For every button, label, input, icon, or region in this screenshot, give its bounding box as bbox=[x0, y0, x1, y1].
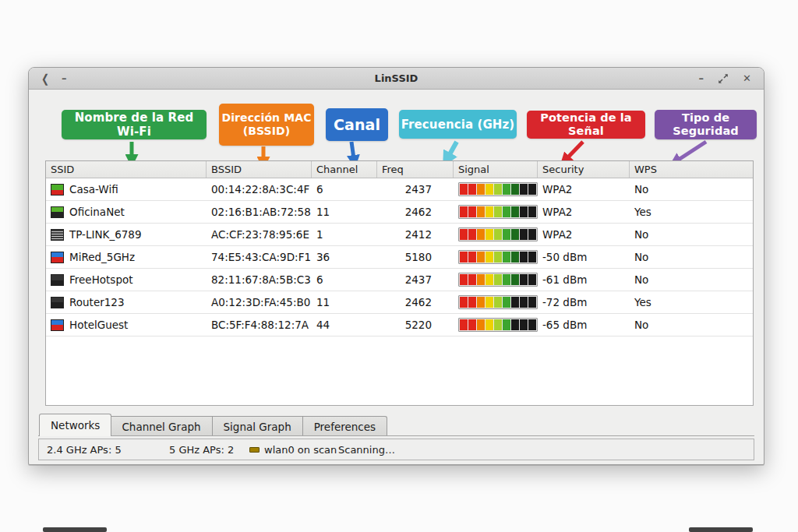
signal-segment bbox=[494, 229, 502, 240]
signal-segment bbox=[511, 206, 519, 217]
signal-segment bbox=[520, 252, 528, 262]
interface-icon bbox=[249, 447, 260, 453]
column-header-security[interactable]: Security bbox=[538, 161, 630, 178]
signal-meter bbox=[458, 295, 538, 309]
cell-wps: No bbox=[630, 178, 753, 200]
cell-signal bbox=[454, 201, 538, 223]
signal-meter bbox=[458, 250, 538, 264]
column-header-wps[interactable]: WPS bbox=[630, 161, 753, 178]
tab-preferences[interactable]: Preferences bbox=[303, 416, 387, 436]
signal-segment bbox=[477, 274, 485, 285]
signal-segment bbox=[503, 206, 510, 217]
signal-segment bbox=[468, 206, 476, 217]
signal-segment bbox=[460, 184, 468, 195]
table-row[interactable]: OficinaNet02:16:B1:AB:72:58112462WPA2Yes bbox=[46, 201, 753, 224]
signal-segment bbox=[468, 184, 476, 195]
tab-networks[interactable]: Networks bbox=[39, 414, 111, 436]
titlebar: ❮ – LinSSID – ✕ bbox=[29, 68, 764, 90]
signal-segment bbox=[468, 274, 476, 285]
signal-segment bbox=[520, 274, 528, 285]
cell-signal bbox=[454, 178, 538, 200]
status-scanning: Scanning… bbox=[338, 439, 395, 460]
status-interface: wlan0 on scan bbox=[249, 439, 337, 460]
cell-wps: No bbox=[630, 246, 753, 268]
table-row[interactable]: FreeHotspot82:11:67:8A:5B:C362437-61 dBm… bbox=[46, 269, 753, 291]
column-header-channel[interactable]: Channel bbox=[312, 161, 377, 178]
networks-table: SSID BSSID Channel Freq Signal Security … bbox=[45, 160, 754, 406]
cell-security: -50 dBm bbox=[538, 246, 630, 268]
signal-segment bbox=[520, 319, 528, 330]
signal-segment bbox=[520, 206, 528, 217]
signal-segment bbox=[477, 206, 485, 217]
status-24ghz-count: 2.4 GHz APs: 5 bbox=[47, 439, 122, 460]
cell-signal bbox=[454, 314, 538, 336]
cell-freq: 5220 bbox=[377, 314, 454, 336]
tab-channel-graph[interactable]: Channel Graph bbox=[111, 416, 212, 436]
annotation-badge-signal: Potencia de la Señal bbox=[527, 111, 645, 139]
cell-bssid: 82:11:67:8A:5B:C3 bbox=[207, 269, 312, 291]
table-row[interactable]: Casa-Wifi00:14:22:8A:3C:4F62437WPA2No bbox=[46, 178, 753, 201]
signal-segment bbox=[494, 206, 502, 217]
signal-segment bbox=[494, 184, 502, 195]
cell-bssid: 02:16:B1:AB:72:58 bbox=[207, 201, 312, 223]
column-header-ssid[interactable]: SSID bbox=[46, 161, 207, 178]
close-icon[interactable]: ✕ bbox=[743, 73, 751, 83]
signal-segment bbox=[511, 274, 519, 285]
signal-segment bbox=[494, 297, 502, 308]
cell-channel: 11 bbox=[312, 291, 377, 313]
background-artifact-right bbox=[689, 527, 753, 532]
signal-segment bbox=[494, 252, 502, 262]
back-icon[interactable]: ❮ bbox=[41, 72, 49, 84]
tab-baseline bbox=[38, 435, 754, 436]
signal-segment bbox=[468, 252, 476, 262]
signal-meter bbox=[458, 182, 538, 196]
cell-ssid: TP-LINK_6789 bbox=[46, 224, 207, 245]
network-color-icon bbox=[51, 252, 64, 263]
cell-channel: 36 bbox=[312, 246, 377, 268]
annotation-badge-ssid: Nombre de la Red Wi-Fi bbox=[62, 110, 207, 139]
signal-segment bbox=[468, 319, 476, 330]
cell-security: -72 dBm bbox=[538, 291, 630, 313]
cell-signal bbox=[454, 246, 538, 268]
cell-ssid: OficinaNet bbox=[46, 201, 207, 223]
cell-channel: 6 bbox=[312, 269, 377, 291]
table-row[interactable]: Router123A0:12:3D:FA:45:B0112462-72 dBmY… bbox=[46, 291, 753, 314]
table-row[interactable]: TP-LINK_6789AC:CF:23:78:95:6E12412WPA2No bbox=[46, 224, 753, 246]
cell-bssid: AC:CF:23:78:95:6E bbox=[207, 224, 312, 245]
table-row[interactable]: HotelGuestBC:5F:F4:88:12:7A445220-65 dBm… bbox=[46, 314, 753, 336]
column-header-signal[interactable]: Signal bbox=[454, 161, 538, 178]
signal-segment bbox=[511, 252, 519, 262]
cell-bssid: A0:12:3D:FA:45:B0 bbox=[207, 291, 312, 313]
network-color-icon bbox=[51, 206, 64, 218]
column-header-freq[interactable]: Freq bbox=[377, 161, 454, 178]
signal-segment bbox=[528, 274, 536, 285]
signal-segment bbox=[494, 319, 502, 330]
signal-segment bbox=[460, 297, 468, 308]
signal-meter bbox=[458, 273, 538, 287]
cell-wps: No bbox=[630, 224, 753, 245]
cell-signal bbox=[454, 269, 538, 291]
cell-wps: No bbox=[630, 269, 753, 291]
ssid-label: FreeHotspot bbox=[69, 273, 133, 286]
annotation-badge-security: Tipo de Seguridad bbox=[655, 110, 757, 139]
minimize-left-icon[interactable]: – bbox=[62, 73, 67, 83]
minimize-icon[interactable]: – bbox=[699, 73, 704, 83]
restore-icon[interactable] bbox=[718, 73, 729, 84]
signal-segment bbox=[503, 319, 510, 330]
cell-wps: Yes bbox=[630, 201, 753, 223]
signal-segment bbox=[460, 319, 468, 330]
signal-segment bbox=[520, 297, 528, 308]
column-header-bssid[interactable]: BSSID bbox=[207, 161, 312, 178]
cell-freq: 2462 bbox=[377, 291, 454, 313]
signal-segment bbox=[477, 252, 485, 262]
table-row[interactable]: MiRed_5GHz74:E5:43:CA:9D:F1365180-50 dBm… bbox=[46, 246, 753, 269]
cell-channel: 1 bbox=[312, 224, 377, 245]
tab-signal-graph[interactable]: Signal Graph bbox=[213, 416, 303, 436]
signal-segment bbox=[503, 229, 510, 240]
signal-segment bbox=[503, 184, 510, 195]
table-body: Casa-Wifi00:14:22:8A:3C:4F62437WPA2NoOfi… bbox=[46, 178, 753, 336]
annotation-badge-bssid: Dirección MAC (BSSID) bbox=[219, 104, 314, 146]
signal-segment bbox=[511, 229, 519, 240]
signal-segment bbox=[486, 184, 493, 195]
signal-segment bbox=[528, 229, 536, 240]
